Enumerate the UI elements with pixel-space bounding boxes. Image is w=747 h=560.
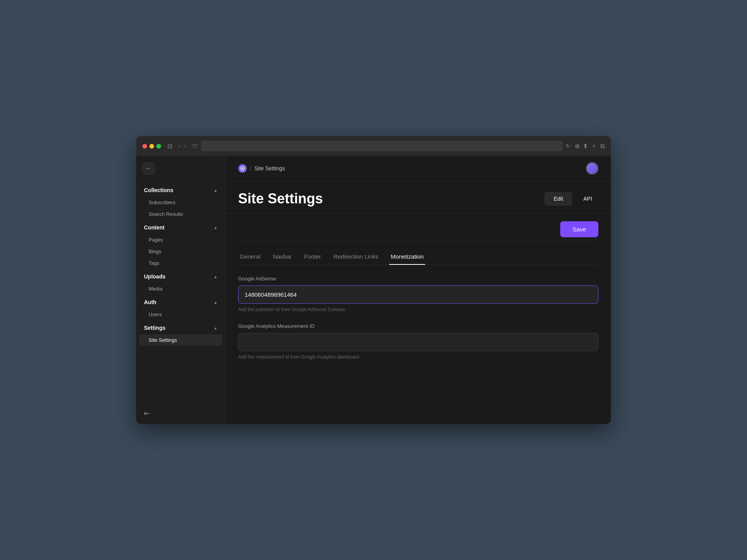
title-actions: Edit API [544, 192, 598, 206]
breadcrumb: / Site Settings [238, 164, 285, 173]
nav-section-settings: Settings ▲ Site Settings [136, 322, 225, 346]
logout-button[interactable]: ⇤ [144, 409, 150, 418]
api-button[interactable]: API [577, 192, 598, 206]
tabs: General Navbar Footer Redirection Links … [238, 242, 598, 265]
content-body: Save General Navbar Footer Redirection L… [226, 214, 611, 424]
url-bar-container: 🛡 ↻ [192, 141, 570, 151]
main-content: / Site Settings Site Settings Edit API S… [226, 156, 611, 424]
tab-navbar[interactable]: Navbar [271, 250, 293, 264]
nav-arrows: ‹ › [177, 142, 188, 150]
browser-actions: ⊕ ⬆ ＋ ⧉ [575, 142, 605, 150]
tab-footer[interactable]: Footer [303, 250, 323, 264]
edit-button[interactable]: Edit [544, 192, 572, 206]
tab-monetization[interactable]: Monetization [389, 250, 425, 264]
tab-general[interactable]: General [238, 250, 262, 264]
sidebar-item-pages[interactable]: Pages [139, 234, 222, 245]
analytics-input[interactable] [238, 333, 598, 351]
app-layout: ← Collections ▲ Subscribers Search Resul… [136, 156, 611, 424]
auth-label: Auth [144, 299, 156, 305]
sidebar-item-media[interactable]: Media [139, 283, 222, 294]
auth-chevron-icon: ▲ [214, 300, 217, 304]
download-button[interactable]: ⊕ [575, 142, 580, 150]
content-section-header[interactable]: Content ▲ [136, 221, 225, 234]
nav-section-auth: Auth ▲ Users [136, 296, 225, 320]
analytics-label: Google Analytics Measurement ID [238, 323, 598, 329]
browser-chrome: ⊟ ‹ › 🛡 ↻ ⊕ ⬆ ＋ ⧉ [136, 136, 611, 156]
back-button[interactable]: ‹ [177, 142, 182, 150]
adsense-label: Google AdSense [238, 276, 598, 282]
collections-label: Collections [144, 187, 173, 193]
tabs-button[interactable]: ⧉ [600, 143, 605, 150]
browser-controls: ⊟ ‹ › [166, 141, 188, 151]
nav-section-collections: Collections ▲ Subscribers Search Results [136, 184, 225, 220]
sidebar-back-button[interactable]: ← [142, 162, 155, 175]
browser-window: ⊟ ‹ › 🛡 ↻ ⊕ ⬆ ＋ ⧉ ← [136, 136, 611, 424]
save-row: Save [238, 214, 598, 242]
analytics-field: Google Analytics Measurement ID Add the … [238, 323, 598, 360]
new-tab-button[interactable]: ＋ [591, 142, 597, 150]
sidebar-item-search-results[interactable]: Search Results [139, 208, 222, 220]
minimize-window-button[interactable] [149, 144, 154, 149]
sidebar-item-subscribers[interactable]: Subscribers [139, 197, 222, 208]
home-icon[interactable] [238, 164, 247, 173]
close-window-button[interactable] [142, 144, 147, 149]
breadcrumb-current: Site Settings [254, 165, 285, 172]
traffic-lights [142, 144, 161, 149]
page-title-area: Site Settings Edit API [226, 181, 611, 214]
user-avatar[interactable] [586, 162, 598, 175]
uploads-label: Uploads [144, 273, 165, 280]
collections-section-header[interactable]: Collections ▲ [136, 184, 225, 196]
sidebar-item-users[interactable]: Users [139, 309, 222, 320]
sidebar-header: ← [136, 156, 225, 181]
breadcrumb-separator: / [250, 165, 251, 172]
collections-chevron-icon: ▲ [214, 188, 217, 192]
page-title: Site Settings [238, 191, 323, 207]
sidebar-toggle-button[interactable]: ⊟ [166, 141, 174, 151]
url-input[interactable] [201, 141, 563, 151]
uploads-section-header[interactable]: Uploads ▲ [136, 270, 225, 283]
nav-section-uploads: Uploads ▲ Media [136, 270, 225, 294]
settings-chevron-icon: ▲ [214, 326, 217, 330]
share-button[interactable]: ⬆ [583, 142, 588, 150]
content-header: / Site Settings [226, 156, 611, 181]
sidebar-item-site-settings[interactable]: Site Settings [139, 334, 222, 346]
settings-section-header[interactable]: Settings ▲ [136, 322, 225, 334]
sidebar-item-tags[interactable]: Tags [139, 257, 222, 269]
sidebar-nav: Collections ▲ Subscribers Search Results… [136, 181, 225, 402]
refresh-button[interactable]: ↻ [566, 143, 570, 149]
tab-redirection-links[interactable]: Redirection Links [332, 250, 380, 264]
auth-section-header[interactable]: Auth ▲ [136, 296, 225, 308]
svg-point-1 [242, 168, 243, 169]
adsense-hint: Add the publisher-id from Google AdSense… [238, 307, 598, 312]
settings-label: Settings [144, 325, 165, 331]
save-button[interactable]: Save [560, 221, 598, 237]
content-chevron-icon: ▲ [214, 226, 217, 230]
shield-icon: 🛡 [192, 143, 198, 149]
nav-section-content: Content ▲ Pages Blogs Tags [136, 221, 225, 269]
forward-button[interactable]: › [182, 142, 187, 150]
content-label: Content [144, 224, 165, 231]
sidebar-item-blogs[interactable]: Blogs [139, 246, 222, 257]
adsense-field: Google AdSense Add the publisher-id from… [238, 276, 598, 312]
analytics-hint: Add the measurement id from Google Analy… [238, 354, 598, 360]
adsense-input[interactable] [238, 285, 598, 304]
uploads-chevron-icon: ▲ [214, 275, 217, 279]
sidebar-footer: ⇤ [136, 402, 225, 424]
maximize-window-button[interactable] [156, 144, 161, 149]
sidebar: ← Collections ▲ Subscribers Search Resul… [136, 156, 226, 424]
